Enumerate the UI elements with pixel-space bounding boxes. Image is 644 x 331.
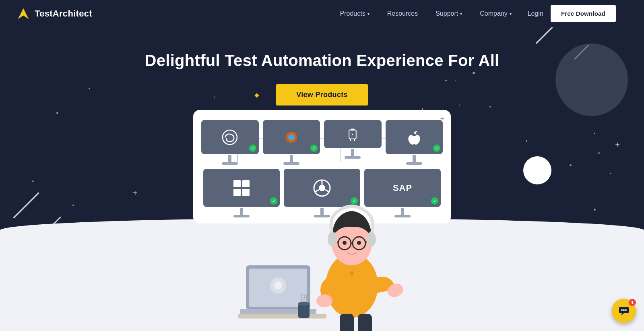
monitor-screen: ✓ [263, 120, 320, 154]
star-dot [473, 72, 475, 74]
check-badge: ✓ [310, 145, 318, 152]
star-dot [598, 152, 600, 154]
windows-icon [233, 179, 250, 197]
logo-icon [16, 6, 31, 21]
top-monitor-row: ✓ ✓ [201, 120, 443, 165]
star-dot [89, 88, 90, 89]
svg-rect-16 [242, 180, 250, 187]
monitor-base [233, 215, 250, 217]
monitor-stand [240, 208, 243, 215]
view-products-button[interactable]: View Products [276, 84, 368, 106]
monitor-screen: ✓ [203, 169, 280, 207]
nav-item-support[interactable]: Support ▾ [427, 7, 471, 21]
check-badge: ✓ [249, 145, 256, 152]
diamond-decoration [254, 93, 259, 97]
monitor-base [406, 162, 422, 165]
nav-item-company[interactable]: Company ▾ [471, 7, 520, 21]
svg-rect-39 [340, 314, 354, 331]
android-icon [347, 126, 359, 142]
monitor-base [222, 162, 238, 165]
svg-point-38 [350, 271, 354, 275]
plus-decoration: · [454, 76, 457, 85]
hero-illustration: + [181, 110, 463, 327]
decorative-line [13, 192, 39, 219]
monitor-stand [413, 155, 416, 162]
svg-rect-18 [242, 189, 250, 196]
decorative-line [535, 27, 559, 44]
check-badge: ✓ [433, 145, 440, 152]
logo-link[interactable]: TestArchitect [16, 6, 92, 21]
monitor-stand [290, 155, 293, 162]
chevron-down-icon: ▾ [367, 12, 369, 16]
svg-point-35 [357, 241, 361, 245]
nav-links: Products ▾ Resources Support ▾ Company ▾… [331, 5, 616, 22]
star-dot [445, 80, 447, 81]
svg-rect-15 [233, 180, 241, 187]
hero-section: + · · + · · + · Delightful Test Automati… [0, 27, 644, 331]
monitor-edge: ✓ [201, 120, 259, 165]
plus-decoration: · [609, 168, 612, 178]
hero-title: Delightful Test Automation Experience Fo… [145, 52, 500, 70]
monitor-screen: ✓ [386, 120, 443, 154]
svg-rect-40 [358, 314, 372, 331]
svg-point-37 [366, 232, 376, 246]
logo-text: TestArchitect [35, 8, 92, 19]
character-illustration [299, 173, 412, 331]
star-dot [56, 112, 58, 114]
plus-decoration: · [458, 100, 461, 109]
chat-badge: 1 [629, 299, 636, 306]
monitor-apple: ✓ [386, 120, 443, 165]
svg-rect-11 [351, 128, 355, 130]
monitor-stand [228, 155, 231, 162]
monitor-base [283, 162, 299, 165]
navbar: TestArchitect Products ▾ Resources Suppo… [0, 0, 644, 27]
svg-point-7 [223, 130, 237, 145]
star-dot [594, 209, 596, 211]
nav-item-products[interactable]: Products ▾ [331, 7, 378, 21]
star-dot [489, 106, 491, 108]
svg-marker-0 [18, 8, 29, 19]
decorative-circle [555, 43, 628, 116]
plus-decoration: · [593, 128, 596, 137]
monitor-windows: ✓ [203, 169, 280, 217]
nav-item-resources[interactable]: Resources [378, 7, 427, 21]
chat-widget[interactable]: 1 [612, 299, 636, 323]
svg-point-14 [352, 134, 353, 135]
character-svg [299, 173, 412, 331]
svg-point-9 [288, 134, 295, 141]
edge-icon [222, 129, 238, 145]
plus-decoration: + [133, 188, 138, 198]
monitor-stand [351, 149, 354, 156]
plus-decoration: · [213, 92, 216, 101]
star-dot [72, 205, 74, 206]
svg-point-25 [316, 294, 332, 307]
apple-icon [407, 129, 421, 145]
plus-decoration: + [615, 140, 620, 149]
chevron-down-icon: ▾ [460, 12, 462, 16]
check-badge: ✓ [270, 197, 277, 205]
monitor-screen: ✓ [201, 120, 259, 154]
chat-icon [618, 305, 630, 317]
monitor-firefox: ✓ [263, 120, 320, 165]
svg-rect-17 [233, 189, 241, 196]
decorative-circle [523, 156, 551, 184]
svg-point-52 [621, 309, 623, 311]
svg-point-36 [328, 232, 337, 246]
star-dot [526, 140, 527, 142]
star-dot [570, 164, 572, 166]
monitor-base [345, 156, 361, 159]
svg-point-54 [625, 309, 627, 311]
star-dot [32, 180, 34, 182]
nav-item-login[interactable]: Login [520, 7, 551, 21]
monitor-screen [324, 120, 382, 148]
firefox-icon [283, 129, 299, 145]
svg-point-34 [343, 241, 347, 245]
svg-point-53 [623, 309, 625, 311]
svg-point-50 [274, 281, 282, 290]
chevron-down-icon: ▾ [510, 12, 512, 16]
check-badge: ✓ [431, 197, 438, 205]
free-download-button[interactable]: Free Download [551, 5, 616, 22]
monitor-android [324, 120, 382, 165]
